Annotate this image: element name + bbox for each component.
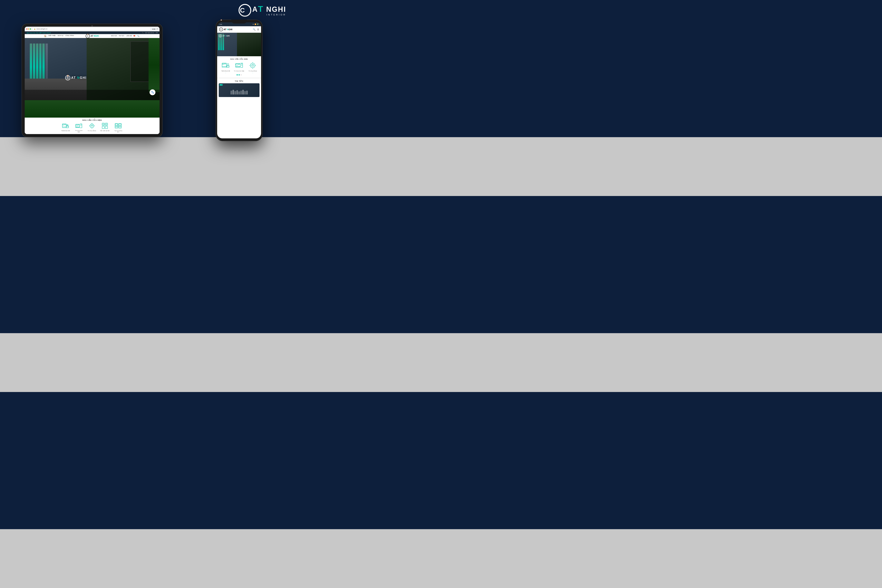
phone-logo-brand: AT NGHI xyxy=(224,28,232,31)
browser-back[interactable]: ◀ xyxy=(152,28,153,30)
svg-rect-8 xyxy=(76,124,78,126)
service-icon-1 xyxy=(62,122,69,129)
phone-service-item-3[interactable]: Thi công cải tạo → xyxy=(247,62,258,74)
logo-subtitle: INTERIOR xyxy=(252,14,286,16)
website-navbar: 🏠 GIỚI THIỆU DỊCH VỤ CÔNG TRÌNH 🎅 C AT N… xyxy=(25,34,159,38)
wifi-icon: 📶 xyxy=(255,24,256,25)
dot-1[interactable] xyxy=(237,74,238,75)
nav-search[interactable]: 🔍 xyxy=(137,35,140,37)
browser-forward[interactable]: ▶ xyxy=(154,28,156,30)
svg-rect-4 xyxy=(66,126,69,128)
phone-service-arrow-1: → xyxy=(225,72,226,74)
svg-rect-36 xyxy=(227,66,229,68)
youtube-icon[interactable]: ▶ xyxy=(157,32,158,33)
phone-logo: 🎅 C AT NGHI xyxy=(219,27,232,32)
svg-point-6 xyxy=(67,124,68,126)
svg-rect-26 xyxy=(116,126,116,127)
phone-navbar: 🎅 C AT NGHI 🔍 ☰ xyxy=(217,26,261,33)
phone-search-icon[interactable]: 🔍 xyxy=(253,28,256,31)
nav-logo-circle: 🎅 C xyxy=(86,34,90,38)
svg-point-43 xyxy=(241,63,242,64)
topbar-company: Một Thành Viên Của THIẾT THẠCH GROUP xyxy=(27,32,51,33)
signal-icon: ▪▪▪ xyxy=(253,24,254,25)
hero-section: 🎅 C AT NGHI 🐾 xyxy=(25,38,159,118)
phone-service-icon-2 xyxy=(235,62,243,69)
facebook-icon[interactable]: f xyxy=(155,32,155,33)
tablet-screen: 🔒 www.catnghi.vn ◀ ▶ ↺ Một Thành Viên Củ… xyxy=(25,27,159,134)
phone-hero-c: C xyxy=(219,34,222,38)
hero-logo-brand: AT NGHI xyxy=(71,76,87,80)
svg-rect-10 xyxy=(76,127,80,128)
services-title: NHU CẦU CỦA BẠN xyxy=(27,119,157,121)
phone-hero-logo: C AT NGHI xyxy=(219,34,230,38)
dot-3[interactable] xyxy=(240,74,242,75)
minimize-dot[interactable] xyxy=(28,28,29,30)
lock-icon: 🔒 xyxy=(34,28,36,30)
phone-hero: C AT NGHI xyxy=(217,33,261,56)
nav-item-about[interactable]: GIỚI THIỆU xyxy=(48,35,56,37)
service-label-3: Thi công cải tạo xyxy=(88,130,96,131)
topbar-contact: 📞 097 855 95 55 f ▶ xyxy=(142,32,158,33)
browser-refresh[interactable]: ↺ xyxy=(156,28,158,30)
close-dot[interactable] xyxy=(26,28,27,30)
nav-item-services[interactable]: DỊCH VỤ xyxy=(58,35,63,37)
browser-action-buttons: ◀ ▶ ↺ xyxy=(152,28,158,30)
svg-rect-34 xyxy=(224,63,226,64)
phone-number: 097 855 95 55 xyxy=(145,32,154,33)
services-grid: Thiết kế nội thất xyxy=(27,122,157,132)
page-brand-logo: AT NGHI INTERIOR xyxy=(238,4,286,16)
service-item-4[interactable]: Sản xuất nội thất xyxy=(100,122,110,132)
phone-news-badge: C... xyxy=(219,84,223,86)
url-bar[interactable]: 🔒 www.catnghi.vn xyxy=(32,27,151,30)
svg-rect-40 xyxy=(236,64,238,65)
phone-service-label-1: Thiết kế nội thất xyxy=(221,70,230,72)
nav-logo-brand: AT NGHI xyxy=(91,35,99,37)
service-item-2[interactable]: Thi công hoàn thiện xyxy=(74,122,84,132)
hero-background: 🎅 C AT NGHI 🐾 xyxy=(25,38,159,118)
dot-2[interactable] xyxy=(238,74,240,75)
svg-rect-18 xyxy=(102,126,105,129)
service-label-2: Thi công hoàn thiện xyxy=(74,130,84,132)
nav-lang[interactable]: 🇻🇳 xyxy=(134,35,135,37)
hero-logo-circle: 🎅 C xyxy=(65,75,70,80)
company-name-highlight[interactable]: THIẾT THẠCH GROUP xyxy=(38,32,51,33)
service-label-1: Thiết kế nội thất xyxy=(61,130,70,131)
grass xyxy=(25,100,159,118)
nav-item-projects[interactable]: CÔNG TRÌNH xyxy=(65,35,74,37)
phone-nav-icons: 🔍 ☰ xyxy=(253,28,259,31)
service-item-3[interactable]: Thi công cải tạo xyxy=(88,122,96,132)
svg-rect-1 xyxy=(63,124,64,125)
phone-logo-circle: 🎅 C xyxy=(219,27,223,32)
phone-icon: 📞 xyxy=(142,32,144,33)
nav-menu: 🏠 GIỚI THIỆU DỊCH VỤ CÔNG TRÌNH xyxy=(27,35,91,37)
svg-rect-29 xyxy=(119,124,121,125)
logo-circle xyxy=(238,4,251,16)
tablet-device: 🔒 www.catnghi.vn ◀ ▶ ↺ Một Thành Viên Củ… xyxy=(21,24,163,137)
svg-rect-41 xyxy=(238,64,240,64)
service-label-4: Sản xuất nội thất xyxy=(100,130,110,131)
phone-service-item-1[interactable]: Thiết kế nội thất → xyxy=(220,62,231,74)
nav-item-contact[interactable]: LIÊN HỆ xyxy=(126,35,132,37)
phone-news-title: TIN TỨC xyxy=(219,80,260,82)
service-icon-3 xyxy=(88,122,96,129)
logo-name: AT NGHI xyxy=(252,5,286,13)
svg-rect-25 xyxy=(116,124,117,125)
nav-item-price[interactable]: BÁO GIÁ xyxy=(111,35,117,37)
service-item-1[interactable]: Thiết kế nội thất xyxy=(61,122,70,132)
svg-rect-30 xyxy=(119,126,120,127)
service-icon-2 xyxy=(75,122,82,129)
browser-window-controls xyxy=(26,28,31,30)
nav-menu-right: BÁO GIÁ TIN TỨC LIÊN HỆ 🇻🇳 🔍 xyxy=(93,35,157,37)
nav-item-news[interactable]: TIN TỨC xyxy=(119,35,124,37)
phone-news-image[interactable]: C... xyxy=(219,83,260,97)
nav-item-home[interactable]: 🏠 xyxy=(44,35,46,37)
service-icon-5 xyxy=(115,122,122,129)
phone-service-arrow-2: → xyxy=(238,72,240,74)
svg-rect-27 xyxy=(117,126,117,127)
nav-center-logo: 🎅 C AT NGHI xyxy=(86,34,99,38)
service-item-5[interactable]: Trọn gói không gian xyxy=(113,122,123,132)
maximize-dot[interactable] xyxy=(30,28,31,30)
phone-menu-icon[interactable]: ☰ xyxy=(257,28,259,31)
tablet-frame: 🔒 www.catnghi.vn ◀ ▶ ↺ Một Thành Viên Củ… xyxy=(21,24,163,137)
phone-service-item-2[interactable]: Thi công hoàn thiện → xyxy=(233,62,245,74)
